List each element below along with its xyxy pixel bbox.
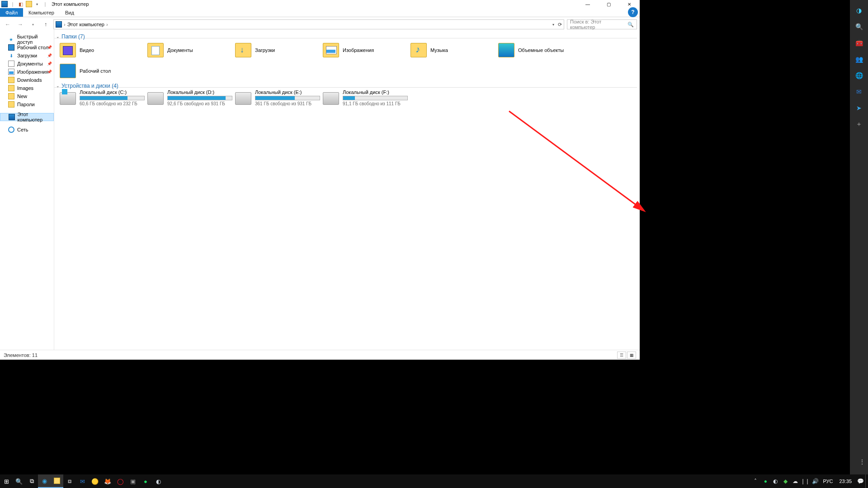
sidebar-item-label: Документы — [17, 61, 43, 66]
sidebar-item-documents[interactable]: Документы📌 — [0, 60, 54, 68]
sidebar-item-downloads[interactable]: ⬇Загрузки📌 — [0, 52, 54, 60]
toolbox-icon[interactable]: 🧰 — [854, 38, 864, 48]
tray-network-icon[interactable]: ❘❘ — [800, 474, 810, 488]
taskbar-mail-icon[interactable]: ✉ — [76, 474, 89, 488]
folder-tile-music[interactable]: Музыка — [410, 40, 497, 60]
taskbar-edge-icon[interactable]: ◉ — [38, 474, 51, 488]
tray-volume-icon[interactable]: 🔊 — [810, 474, 820, 488]
view-tiles-button[interactable]: ▦ — [627, 352, 636, 359]
taskbar-firefox-icon[interactable]: 🦊 — [101, 474, 114, 488]
drive-tile[interactable]: Локальный диск (D:)92,6 ГБ свободно из 9… — [147, 89, 234, 109]
taskbar-chrome-icon[interactable]: 🟡 — [89, 474, 101, 488]
folder-tile-pictures[interactable]: Изображения — [323, 40, 410, 60]
maximize-button[interactable]: ▢ — [598, 0, 619, 8]
tab-computer[interactable]: Компьютер — [23, 8, 60, 17]
drive-icon — [60, 92, 76, 105]
sidebar-item-this-pc[interactable]: Этот компьютер — [0, 113, 54, 121]
show-desktop-button[interactable] — [865, 474, 868, 488]
drive-tile[interactable]: Локальный диск (C:)60,6 ГБ свободно из 2… — [60, 89, 146, 109]
drive-tile[interactable]: Локальный диск (E:)361 ГБ свободно из 93… — [235, 89, 322, 109]
search-icon[interactable]: 🔍 — [854, 22, 864, 32]
tray-notifications-icon[interactable]: 💬 — [855, 474, 865, 488]
sidebar-item-downloads-folder[interactable]: Downloads — [0, 76, 54, 84]
folder-label: Музыка — [430, 47, 448, 53]
forward-button[interactable]: → — [15, 19, 25, 29]
folder-label: Изображения — [343, 47, 374, 53]
folder-label: Загрузки — [255, 47, 275, 53]
address-bar[interactable]: › Этот компьютер › ▾ ⟳ — [53, 19, 564, 29]
qat-newfolder-icon[interactable] — [25, 0, 33, 8]
tab-view[interactable]: Вид — [60, 8, 80, 17]
sidebar-item-passwords-folder[interactable]: Пароли — [0, 100, 54, 108]
refresh-button[interactable]: ⟳ — [558, 22, 562, 28]
folder-tile-desktop[interactable]: Рабочий стол — [60, 61, 146, 81]
minimize-button[interactable]: — — [577, 0, 598, 8]
folder-tile-3dobjects[interactable]: Объемные объекты — [498, 40, 585, 60]
search-icon: 🔍 — [627, 22, 634, 28]
close-button[interactable]: ✕ — [619, 0, 640, 8]
folder-tile-downloads[interactable]: Загрузки — [235, 40, 322, 60]
folder-tile-documents[interactable]: Документы — [147, 40, 234, 60]
sidebar-item-label: New — [17, 94, 27, 99]
copilot-icon[interactable]: ◑ — [854, 5, 864, 15]
taskbar-explorer-icon[interactable] — [51, 474, 63, 488]
address-dropdown-icon[interactable]: ▾ — [552, 23, 554, 27]
pin-icon: 📌 — [47, 45, 52, 50]
taskbar-spotify-icon[interactable]: ● — [139, 474, 152, 488]
ribbon: Файл Компьютер Вид ? — [0, 8, 640, 17]
recent-locations-button[interactable]: ▾ — [28, 19, 38, 29]
sidebar-item-desktop[interactable]: Рабочий стол📌 — [0, 43, 54, 52]
pc-icon — [1, 0, 8, 8]
folder-tile-videos[interactable]: Видео — [60, 40, 146, 60]
network-icon — [8, 127, 14, 133]
taskbar-opera-icon[interactable]: ◯ — [114, 474, 127, 488]
pictures-icon — [8, 69, 14, 75]
tray-language[interactable]: РУС — [820, 479, 835, 484]
qat-dropdown-icon[interactable]: ▾ — [33, 0, 41, 8]
qat-properties-icon[interactable]: ◧ — [17, 0, 24, 8]
divider — [54, 87, 637, 88]
tray-steam-icon[interactable]: ◐ — [770, 474, 780, 488]
task-view-button[interactable]: ⧉ — [25, 474, 38, 488]
taskbar-search-button[interactable]: 🔍 — [13, 474, 25, 488]
drive-usage-bar — [255, 96, 320, 100]
sidebar-item-pictures[interactable]: Изображения📌 — [0, 68, 54, 76]
add-button[interactable]: ＋ — [854, 119, 864, 129]
search-box[interactable]: Поиск в: Этот компьютер 🔍 — [567, 19, 637, 29]
sidebar-item-quick-access[interactable]: ★Быстрый доступ — [0, 35, 54, 43]
drive-label: Локальный диск (E:) — [255, 89, 320, 95]
tray-app-icon[interactable]: ◆ — [780, 474, 790, 488]
breadcrumb[interactable]: Этот компьютер — [67, 22, 104, 27]
view-details-button[interactable]: ☰ — [617, 352, 626, 359]
help-button[interactable]: ? — [628, 7, 638, 17]
sidebar-item-images-folder[interactable]: Images — [0, 84, 54, 92]
documents-icon — [147, 43, 164, 57]
sidebar-item-label: Изображения — [17, 69, 48, 75]
send-icon[interactable]: ➤ — [854, 103, 864, 113]
globe-icon[interactable]: 🌐 — [854, 70, 864, 80]
tray-cloud-icon[interactable]: ☁ — [790, 474, 800, 488]
chevron-right-icon[interactable]: › — [106, 22, 108, 27]
tray-chevron-up-icon[interactable]: ˄ — [750, 474, 760, 488]
people-icon[interactable]: 👥 — [854, 54, 864, 64]
qat-separator-icon: | — [9, 0, 16, 8]
chevron-right-icon[interactable]: › — [64, 22, 66, 27]
sidebar-item-label: Пароли — [17, 102, 35, 107]
back-button[interactable]: ← — [3, 19, 13, 29]
more-icon[interactable]: ⋮ — [859, 458, 865, 465]
sidebar-item-network[interactable]: Сеть — [0, 126, 54, 134]
start-button[interactable]: ⊞ — [0, 474, 13, 488]
drive-label: Локальный диск (C:) — [80, 89, 145, 95]
up-button[interactable]: ↑ — [41, 19, 51, 29]
outlook-icon[interactable]: ✉ — [854, 87, 864, 97]
taskbar-store-icon[interactable]: ⧈ — [63, 474, 76, 488]
tray-clock[interactable]: 23:35 — [835, 479, 855, 484]
content-pane: ⌄Папки (7) Видео Документы Загрузки Изоб… — [54, 30, 640, 350]
tab-file[interactable]: Файл — [0, 8, 23, 17]
sidebar-item-new-folder[interactable]: New — [0, 92, 54, 100]
tray-spotify-icon[interactable]: ● — [760, 474, 770, 488]
drive-tile[interactable]: Локальный диск (F:)91,1 ГБ свободно из 1… — [323, 89, 410, 109]
taskbar-steam-icon[interactable]: ◐ — [152, 474, 165, 488]
taskbar-terminal-icon[interactable]: ▣ — [127, 474, 139, 488]
right-app-sidebar: ◑ 🔍 🧰 👥 🌐 ✉ ➤ ＋ ⋮ — [850, 0, 868, 488]
